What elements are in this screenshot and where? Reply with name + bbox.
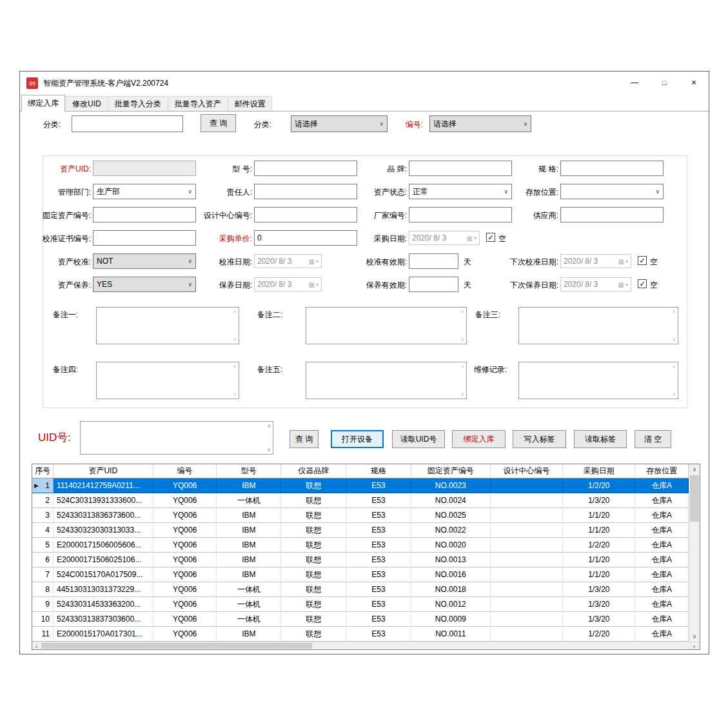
- table-cell[interactable]: 1/3/20: [563, 597, 635, 612]
- table-header-cell[interactable]: 存放位置: [635, 464, 689, 478]
- query-button-top[interactable]: 查 询: [201, 114, 236, 132]
- read-tag-button[interactable]: 读取标签: [574, 430, 627, 448]
- table-cell[interactable]: IBM: [217, 538, 281, 553]
- table-cell[interactable]: 11: [32, 627, 54, 642]
- table-cell[interactable]: 仓库A: [635, 597, 689, 612]
- table-cell[interactable]: 联想: [281, 538, 346, 553]
- table-cell[interactable]: E53: [346, 582, 411, 597]
- table-row[interactable]: ▶11114021412759A0211...YQ006IBM联想E53NO.0…: [32, 478, 689, 493]
- table-cell[interactable]: NO.0013: [411, 553, 491, 567]
- table-cell[interactable]: 联想: [281, 553, 346, 567]
- table-cell[interactable]: 524330323030313033...: [54, 523, 153, 538]
- vertical-scrollbar[interactable]: ∧ ∨: [689, 464, 700, 642]
- table-cell[interactable]: 6: [32, 553, 54, 567]
- table-cell[interactable]: IBM: [217, 627, 281, 642]
- table-cell[interactable]: 1/1/20: [563, 553, 635, 567]
- table-cell[interactable]: 524C0015170A017509...: [54, 567, 153, 582]
- table-cell[interactable]: [491, 612, 564, 627]
- code-select[interactable]: 请选择 ∨: [429, 115, 531, 132]
- table-cell[interactable]: 仓库A: [635, 567, 689, 582]
- remark4-textarea[interactable]: [97, 362, 239, 398]
- table-cell[interactable]: 联想: [281, 567, 346, 582]
- write-tag-button[interactable]: 写入标签: [513, 430, 566, 448]
- table-cell[interactable]: [491, 508, 564, 523]
- table-cell[interactable]: [491, 523, 564, 538]
- tab-batch-import-category[interactable]: 批量导入分类: [108, 96, 168, 111]
- table-cell[interactable]: YQ006: [153, 493, 217, 508]
- table-cell[interactable]: YQ006: [153, 567, 217, 582]
- table-header-cell[interactable]: 规格: [346, 464, 411, 478]
- table-cell[interactable]: [491, 493, 564, 508]
- table-cell[interactable]: 8: [32, 582, 54, 597]
- tab-batch-import-asset[interactable]: 批量导入资产: [168, 96, 228, 111]
- table-row[interactable]: 7524C0015170A017509...YQ006IBM联想E53NO.00…: [32, 567, 689, 582]
- table-cell[interactable]: 仓库A: [635, 478, 689, 493]
- table-header-cell[interactable]: 采购日期: [563, 464, 635, 478]
- table-cell[interactable]: [491, 627, 564, 642]
- table-cell[interactable]: 1/2/20: [563, 478, 635, 493]
- table-cell[interactable]: E53: [346, 523, 411, 538]
- table-cell[interactable]: E53: [346, 508, 411, 523]
- table-cell[interactable]: 9: [32, 597, 54, 612]
- table-cell[interactable]: E53: [346, 612, 411, 627]
- table-cell[interactable]: 1/1/20: [563, 523, 635, 538]
- table-cell[interactable]: 524330314533363200...: [54, 597, 153, 612]
- owner-field[interactable]: [254, 184, 357, 199]
- table-cell[interactable]: YQ006: [153, 612, 217, 627]
- table-cell[interactable]: 4: [32, 523, 54, 538]
- department-select[interactable]: 生产部 ∨: [93, 184, 196, 199]
- table-cell[interactable]: IBM: [217, 567, 281, 582]
- table-cell[interactable]: 524C30313931333600...: [54, 493, 153, 508]
- table-cell[interactable]: E53: [346, 538, 411, 553]
- table-cell[interactable]: 仓库A: [635, 553, 689, 567]
- table-cell[interactable]: 仓库A: [635, 508, 689, 523]
- table-cell[interactable]: 1/3/20: [563, 582, 635, 597]
- table-header-cell[interactable]: 固定资产编号: [411, 464, 491, 478]
- maint-validity-field[interactable]: [409, 277, 458, 292]
- supplier-field[interactable]: [560, 207, 664, 222]
- table-cell[interactable]: YQ006: [153, 538, 217, 553]
- table-cell[interactable]: 一体机: [217, 493, 281, 508]
- table-header-cell[interactable]: 仪器品牌: [281, 464, 346, 478]
- table-cell[interactable]: [491, 538, 564, 553]
- fixed-asset-no-field[interactable]: [93, 207, 196, 222]
- table-cell[interactable]: YQ006: [153, 478, 217, 493]
- scroll-down-icon[interactable]: ∨: [689, 631, 700, 642]
- table-cell[interactable]: NO.0022: [411, 523, 491, 538]
- query-button[interactable]: 查 询: [290, 430, 319, 448]
- table-cell[interactable]: 1114021412759A0211...: [54, 478, 153, 493]
- next-maint-date-empty-checkbox[interactable]: ✓: [638, 279, 647, 288]
- table-header-cell[interactable]: 设计中心编号: [491, 464, 564, 478]
- table-row[interactable]: 8445130313031373229...YQ006一体机联想E53NO.00…: [32, 582, 689, 597]
- table-cell[interactable]: [491, 478, 564, 493]
- bind-inbound-button[interactable]: 绑定入库: [452, 430, 506, 448]
- tab-bind-inbound[interactable]: 绑定入库: [21, 95, 65, 112]
- table-cell[interactable]: 445130313031373229...: [54, 582, 153, 597]
- scroll-left-icon[interactable]: ‹: [32, 642, 41, 649]
- table-cell[interactable]: 仓库A: [635, 612, 689, 627]
- table-cell[interactable]: NO.0020: [411, 538, 491, 553]
- table-cell[interactable]: E53: [346, 493, 411, 508]
- table-cell[interactable]: 联想: [281, 493, 346, 508]
- table-cell[interactable]: IBM: [217, 523, 281, 538]
- table-cell[interactable]: 联想: [281, 597, 346, 612]
- calib-validity-field[interactable]: [409, 253, 458, 269]
- table-cell[interactable]: 联想: [281, 627, 346, 642]
- table-cell[interactable]: YQ006: [153, 553, 217, 567]
- table-cell[interactable]: NO.0012: [411, 597, 491, 612]
- table-row[interactable]: 11E2000015170A017301...YQ006IBM联想E53NO.0…: [32, 627, 689, 642]
- table-row[interactable]: 2524C30313931333600...YQ006一体机联想E53NO.00…: [32, 493, 689, 508]
- table-cell[interactable]: NO.0011: [411, 627, 491, 642]
- table-cell[interactable]: E53: [346, 597, 411, 612]
- table-cell[interactable]: 一体机: [217, 597, 281, 612]
- category-select[interactable]: 请选择 ∨: [291, 115, 388, 132]
- table-cell[interactable]: 联想: [281, 508, 346, 523]
- table-cell[interactable]: E2000015170A017301...: [54, 627, 153, 642]
- table-cell[interactable]: 1/2/20: [563, 538, 635, 553]
- table-cell[interactable]: 联想: [281, 612, 346, 627]
- table-cell[interactable]: 524330313836373600...: [54, 508, 153, 523]
- tab-modify-uid[interactable]: 修改UID: [66, 96, 108, 111]
- table-cell[interactable]: YQ006: [153, 597, 217, 612]
- table-cell[interactable]: E53: [346, 478, 411, 493]
- table-cell[interactable]: NO.0023: [411, 478, 491, 493]
